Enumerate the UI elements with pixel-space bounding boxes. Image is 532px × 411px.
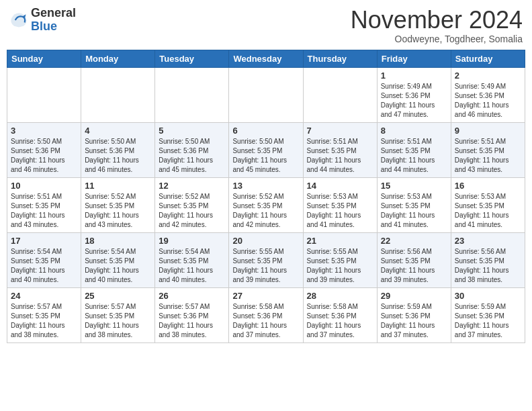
- day-number: 22: [381, 236, 447, 246]
- page-header: General Blue November 2024 Oodweyne, Tog…: [7, 7, 525, 44]
- day-info: Sunrise: 5:57 AM Sunset: 5:36 PM Dayligh…: [159, 302, 225, 340]
- calendar-cell: 14Sunrise: 5:53 AM Sunset: 5:35 PM Dayli…: [303, 177, 377, 232]
- day-info: Sunrise: 5:56 AM Sunset: 5:35 PM Dayligh…: [455, 247, 521, 285]
- calendar-cell: 2Sunrise: 5:49 AM Sunset: 5:36 PM Daylig…: [451, 67, 525, 122]
- day-info: Sunrise: 5:50 AM Sunset: 5:35 PM Dayligh…: [232, 137, 299, 175]
- calendar-week-4: 17Sunrise: 5:54 AM Sunset: 5:35 PM Dayli…: [7, 232, 525, 287]
- calendar-cell: 17Sunrise: 5:54 AM Sunset: 5:35 PM Dayli…: [7, 232, 81, 287]
- day-number: 1: [381, 71, 447, 81]
- day-number: 25: [85, 291, 151, 301]
- calendar-cell: [7, 67, 81, 122]
- calendar-cell: 18Sunrise: 5:54 AM Sunset: 5:35 PM Dayli…: [81, 232, 155, 287]
- calendar-cell: 19Sunrise: 5:54 AM Sunset: 5:35 PM Dayli…: [155, 232, 229, 287]
- day-number: 2: [455, 71, 521, 81]
- day-info: Sunrise: 5:58 AM Sunset: 5:36 PM Dayligh…: [307, 302, 373, 340]
- calendar-body: 1Sunrise: 5:49 AM Sunset: 5:36 PM Daylig…: [7, 67, 525, 342]
- logo-blue: Blue: [31, 19, 57, 33]
- calendar-cell: 5Sunrise: 5:50 AM Sunset: 5:36 PM Daylig…: [155, 122, 229, 177]
- header-cell-monday: Monday: [81, 50, 155, 67]
- day-number: 6: [232, 126, 299, 136]
- day-number: 30: [455, 291, 521, 301]
- day-number: 3: [11, 126, 77, 136]
- day-number: 4: [85, 126, 151, 136]
- day-number: 13: [232, 181, 299, 191]
- calendar-cell: 11Sunrise: 5:52 AM Sunset: 5:35 PM Dayli…: [81, 177, 155, 232]
- calendar-cell: [303, 67, 377, 122]
- day-info: Sunrise: 5:54 AM Sunset: 5:35 PM Dayligh…: [85, 247, 151, 285]
- day-info: Sunrise: 5:54 AM Sunset: 5:35 PM Dayligh…: [11, 247, 77, 285]
- calendar-week-5: 24Sunrise: 5:57 AM Sunset: 5:35 PM Dayli…: [7, 287, 525, 342]
- calendar-cell: 8Sunrise: 5:51 AM Sunset: 5:35 PM Daylig…: [377, 122, 451, 177]
- day-info: Sunrise: 5:51 AM Sunset: 5:35 PM Dayligh…: [11, 192, 77, 230]
- day-number: 27: [232, 291, 299, 301]
- calendar-week-2: 3Sunrise: 5:50 AM Sunset: 5:36 PM Daylig…: [7, 122, 525, 177]
- logo-general: General: [31, 6, 76, 19]
- calendar-cell: 21Sunrise: 5:55 AM Sunset: 5:35 PM Dayli…: [303, 232, 377, 287]
- day-info: Sunrise: 5:59 AM Sunset: 5:36 PM Dayligh…: [455, 302, 521, 340]
- calendar-cell: 10Sunrise: 5:51 AM Sunset: 5:35 PM Dayli…: [7, 177, 81, 232]
- day-number: 26: [159, 291, 225, 301]
- day-number: 24: [11, 291, 77, 301]
- calendar-cell: 20Sunrise: 5:55 AM Sunset: 5:35 PM Dayli…: [229, 232, 303, 287]
- day-number: 15: [381, 181, 447, 191]
- title-block: November 2024 Oodweyne, Togdheer, Somali…: [351, 7, 523, 44]
- day-number: 18: [85, 236, 151, 246]
- calendar-cell: 3Sunrise: 5:50 AM Sunset: 5:36 PM Daylig…: [7, 122, 81, 177]
- calendar-cell: [155, 67, 229, 122]
- day-info: Sunrise: 5:50 AM Sunset: 5:36 PM Dayligh…: [85, 137, 151, 175]
- calendar-cell: 7Sunrise: 5:51 AM Sunset: 5:35 PM Daylig…: [303, 122, 377, 177]
- calendar-cell: 16Sunrise: 5:53 AM Sunset: 5:35 PM Dayli…: [451, 177, 525, 232]
- day-number: 9: [455, 126, 521, 136]
- day-number: 7: [307, 126, 373, 136]
- day-info: Sunrise: 5:52 AM Sunset: 5:35 PM Dayligh…: [85, 192, 151, 230]
- day-info: Sunrise: 5:51 AM Sunset: 5:35 PM Dayligh…: [455, 137, 521, 175]
- calendar-cell: 24Sunrise: 5:57 AM Sunset: 5:35 PM Dayli…: [7, 287, 81, 342]
- calendar-header: SundayMondayTuesdayWednesdayThursdayFrid…: [7, 50, 525, 67]
- calendar-cell: 28Sunrise: 5:58 AM Sunset: 5:36 PM Dayli…: [303, 287, 377, 342]
- header-cell-sunday: Sunday: [7, 50, 81, 67]
- day-info: Sunrise: 5:53 AM Sunset: 5:35 PM Dayligh…: [455, 192, 521, 230]
- calendar-cell: 13Sunrise: 5:52 AM Sunset: 5:35 PM Dayli…: [229, 177, 303, 232]
- header-cell-tuesday: Tuesday: [155, 50, 229, 67]
- day-info: Sunrise: 5:53 AM Sunset: 5:35 PM Dayligh…: [307, 192, 373, 230]
- calendar-cell: 15Sunrise: 5:53 AM Sunset: 5:35 PM Dayli…: [377, 177, 451, 232]
- day-number: 21: [307, 236, 373, 246]
- month-title: November 2024: [351, 7, 523, 34]
- day-number: 28: [307, 291, 373, 301]
- calendar-cell: [229, 67, 303, 122]
- day-number: 29: [381, 291, 447, 301]
- day-info: Sunrise: 5:54 AM Sunset: 5:35 PM Dayligh…: [159, 247, 225, 285]
- calendar-cell: 9Sunrise: 5:51 AM Sunset: 5:35 PM Daylig…: [451, 122, 525, 177]
- day-info: Sunrise: 5:59 AM Sunset: 5:36 PM Dayligh…: [381, 302, 447, 340]
- day-number: 10: [11, 181, 77, 191]
- day-info: Sunrise: 5:51 AM Sunset: 5:35 PM Dayligh…: [381, 137, 447, 175]
- day-info: Sunrise: 5:55 AM Sunset: 5:35 PM Dayligh…: [307, 247, 373, 285]
- calendar-cell: 27Sunrise: 5:58 AM Sunset: 5:36 PM Dayli…: [229, 287, 303, 342]
- day-number: 12: [159, 181, 225, 191]
- day-number: 5: [159, 126, 225, 136]
- day-number: 23: [455, 236, 521, 246]
- header-cell-wednesday: Wednesday: [229, 50, 303, 67]
- calendar-cell: 30Sunrise: 5:59 AM Sunset: 5:36 PM Dayli…: [451, 287, 525, 342]
- calendar-cell: 22Sunrise: 5:56 AM Sunset: 5:35 PM Dayli…: [377, 232, 451, 287]
- location: Oodweyne, Togdheer, Somalia: [351, 34, 523, 44]
- day-info: Sunrise: 5:49 AM Sunset: 5:36 PM Dayligh…: [381, 82, 447, 120]
- calendar-cell: 23Sunrise: 5:56 AM Sunset: 5:35 PM Dayli…: [451, 232, 525, 287]
- day-info: Sunrise: 5:49 AM Sunset: 5:36 PM Dayligh…: [455, 82, 521, 120]
- day-info: Sunrise: 5:56 AM Sunset: 5:35 PM Dayligh…: [381, 247, 447, 285]
- day-info: Sunrise: 5:52 AM Sunset: 5:35 PM Dayligh…: [232, 192, 299, 230]
- header-cell-saturday: Saturday: [451, 50, 525, 67]
- day-info: Sunrise: 5:51 AM Sunset: 5:35 PM Dayligh…: [307, 137, 373, 175]
- day-number: 20: [232, 236, 299, 246]
- calendar-cell: 26Sunrise: 5:57 AM Sunset: 5:36 PM Dayli…: [155, 287, 229, 342]
- day-number: 19: [159, 236, 225, 246]
- calendar-table: SundayMondayTuesdayWednesdayThursdayFrid…: [7, 50, 525, 343]
- calendar-cell: 25Sunrise: 5:57 AM Sunset: 5:35 PM Dayli…: [81, 287, 155, 342]
- calendar-cell: 6Sunrise: 5:50 AM Sunset: 5:35 PM Daylig…: [229, 122, 303, 177]
- logo: General Blue: [9, 7, 76, 34]
- calendar-cell: [81, 67, 155, 122]
- calendar-cell: 1Sunrise: 5:49 AM Sunset: 5:36 PM Daylig…: [377, 67, 451, 122]
- logo-text: General Blue: [31, 7, 76, 34]
- header-row: SundayMondayTuesdayWednesdayThursdayFrid…: [7, 50, 525, 67]
- calendar-cell: 12Sunrise: 5:52 AM Sunset: 5:35 PM Dayli…: [155, 177, 229, 232]
